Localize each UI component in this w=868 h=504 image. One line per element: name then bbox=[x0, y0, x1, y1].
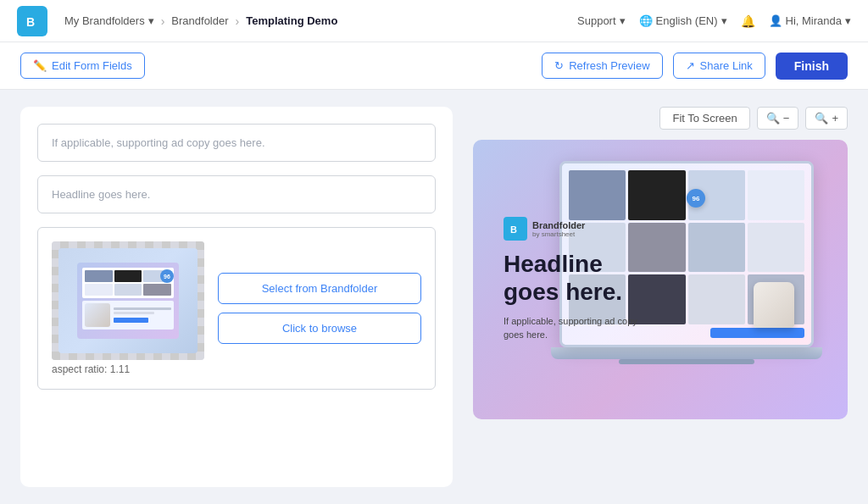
svg-text:B: B bbox=[26, 15, 35, 29]
breadcrumb-separator-2: › bbox=[236, 14, 240, 28]
toolbar: ✏️ Edit Form Fields ↻ Refresh Preview ↗ … bbox=[0, 42, 868, 90]
zoom-out-button[interactable]: 🔍 − bbox=[757, 107, 799, 130]
breadcrumb: My Brandfolders ▾ › Brandfolder › Templa… bbox=[64, 14, 560, 28]
zoom-controls: Fit To Screen 🔍 − 🔍 + bbox=[473, 107, 848, 130]
preview-brand: B Brandfolder by smartsheet bbox=[504, 217, 654, 241]
select-from-brandfolder-button[interactable]: Select from Brandfolder bbox=[218, 273, 421, 304]
aspect-ratio-label: aspect ratio: 1.11 bbox=[52, 363, 204, 375]
refresh-preview-button[interactable]: ↻ Refresh Preview bbox=[542, 53, 662, 79]
fit-to-screen-button[interactable]: Fit To Screen bbox=[659, 107, 749, 130]
brand-logo: B bbox=[17, 6, 47, 36]
top-navigation: B My Brandfolders ▾ › Brandfolder › Temp… bbox=[0, 0, 868, 42]
main-content: If applicable, supporting ad copy goes h… bbox=[0, 90, 868, 504]
refresh-icon: ↻ bbox=[554, 59, 564, 72]
globe-icon: 🌐 bbox=[639, 14, 653, 27]
language-nav-button[interactable]: 🌐 English (EN) ▾ bbox=[639, 14, 727, 27]
my-brandfolders-nav[interactable]: My Brandfolders ▾ bbox=[64, 14, 154, 27]
user-icon: 👤 bbox=[769, 14, 782, 27]
share-icon: ↗ bbox=[686, 59, 695, 72]
share-link-button[interactable]: ↗ Share Link bbox=[673, 53, 765, 79]
right-preview-panel: Fit To Screen 🔍 − 🔍 + B Brandfolder b bbox=[453, 107, 848, 487]
upload-buttons: Select from Brandfolder Click to browse bbox=[218, 241, 421, 375]
preview-card-content: B Brandfolder by smartsheet Headline goe… bbox=[473, 190, 685, 368]
preview-brand-name: Brandfolder bbox=[532, 220, 585, 230]
zoom-out-icon: 🔍 bbox=[766, 112, 780, 125]
nav-right-actions: Support ▾ 🌐 English (EN) ▾ 🔔 👤 Hi, Miran… bbox=[577, 14, 851, 28]
image-upload-area: 96 aspect ratio: 1.11 Select from Brandf… bbox=[37, 227, 436, 390]
supporting-copy-field[interactable]: If applicable, supporting ad copy goes h… bbox=[37, 124, 436, 162]
current-page-label: Templating Demo bbox=[246, 14, 337, 27]
user-menu-button[interactable]: 👤 Hi, Miranda ▾ bbox=[769, 14, 851, 27]
preview-card: B Brandfolder by smartsheet Headline goe… bbox=[473, 140, 848, 419]
preview-headline: Headline goes here. bbox=[504, 251, 654, 305]
finish-button[interactable]: Finish bbox=[776, 53, 848, 80]
headline-field[interactable]: Headline goes here. bbox=[37, 175, 436, 213]
toolbar-left: ✏️ Edit Form Fields bbox=[20, 53, 531, 79]
preview-brand-sub: by smartsheet bbox=[532, 230, 585, 238]
image-preview: 96 aspect ratio: 1.11 bbox=[52, 241, 204, 375]
support-nav-button[interactable]: Support ▾ bbox=[577, 14, 626, 27]
svg-text:B: B bbox=[510, 224, 517, 235]
notifications-button[interactable]: 🔔 bbox=[741, 14, 755, 28]
preview-brand-logo: B bbox=[504, 217, 527, 241]
click-to-browse-button[interactable]: Click to browse bbox=[218, 313, 421, 344]
breadcrumb-separator: › bbox=[161, 14, 165, 28]
zoom-in-button[interactable]: 🔍 + bbox=[805, 107, 848, 130]
brandfolder-nav[interactable]: Brandfolder bbox=[171, 14, 228, 27]
edit-form-fields-button[interactable]: ✏️ Edit Form Fields bbox=[20, 53, 145, 79]
edit-icon: ✏️ bbox=[33, 59, 47, 72]
zoom-in-icon: 🔍 bbox=[815, 112, 828, 125]
preview-supporting-copy: If applicable, supporting ad copy goes h… bbox=[504, 314, 654, 342]
left-form-panel: If applicable, supporting ad copy goes h… bbox=[20, 107, 453, 487]
